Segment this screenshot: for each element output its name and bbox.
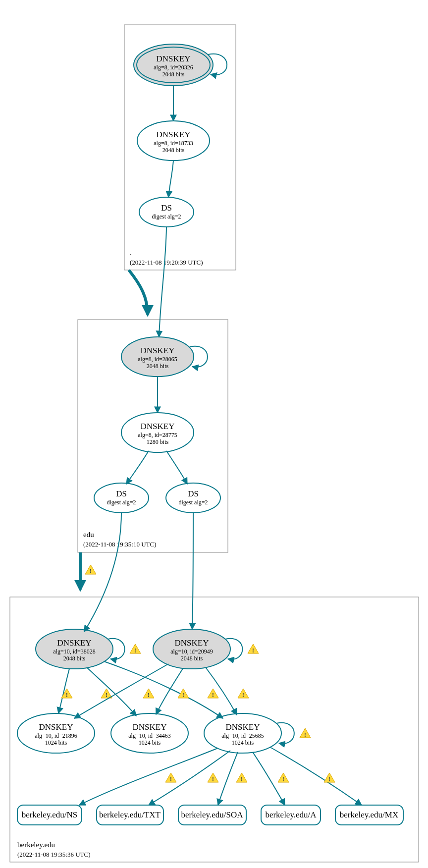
node-bk-zsk2: DNSKEY alg=10, id=34463 1024 bits [111,713,188,753]
warn-icon [208,689,218,699]
edge-root-to-edu-zone [129,270,148,315]
warn-icon [278,773,289,783]
svg-text:digest alg=2: digest alg=2 [178,499,208,506]
svg-text:DNSKEY: DNSKEY [226,722,260,732]
warn-icon [300,728,311,738]
zone-edu-label: edu [83,531,94,539]
node-rr-soa: berkeley.edu/SOA [178,805,246,825]
edge-k2-z3 [206,667,237,715]
node-edu-zsk: DNSKEY alg=8, id=28775 1280 bits [121,413,194,452]
edge-z3-ns [79,748,218,805]
warn-icon [130,644,141,654]
svg-text:DS: DS [161,203,172,213]
warn-icon [238,689,249,699]
edge-rootds-eduksk [159,227,166,337]
svg-text:DNSKEY: DNSKEY [57,638,92,648]
node-edu-ds1: DS digest alg=2 [94,483,149,513]
node-edu-ds2: DS digest alg=2 [166,483,220,513]
svg-text:alg=10, id=25685: alg=10, id=25685 [221,732,264,739]
svg-text:alg=10, id=38028: alg=10, id=38028 [53,648,96,655]
warn-icon [165,773,176,783]
svg-text:DNSKEY: DNSKEY [157,130,191,139]
svg-text:DNSKEY: DNSKEY [175,638,209,648]
svg-text:DNSKEY: DNSKEY [39,722,73,732]
edge-eduzsk-ds1 [126,451,149,484]
zone-bk-ts: (2022-11-08 19:35:36 UTC) [17,851,91,858]
node-edu-ksk: DNSKEY alg=8, id=28065 2048 bits [121,337,194,377]
warn-icon [324,773,335,783]
svg-text:1024 bits: 1024 bits [139,739,161,746]
edge-eduzsk-ds2 [166,451,187,484]
svg-text:alg=10, id=20949: alg=10, id=20949 [170,648,213,655]
node-root-ksk: DNSKEY alg=8, id=20326 2048 bits [134,44,213,86]
node-rr-mx: berkeley.edu/MX [335,805,403,825]
edge-eduds2-bkksk2 [192,513,193,629]
warn-icon [236,773,247,783]
svg-text:DNSKEY: DNSKEY [157,54,191,63]
svg-text:alg=8, id=28775: alg=8, id=28775 [138,432,177,438]
svg-text:alg=10, id=34463: alg=10, id=34463 [128,732,171,739]
zone-root-ts: (2022-11-08 19:20:39 UTC) [130,259,203,266]
svg-text:berkeley.edu/TXT: berkeley.edu/TXT [99,810,161,819]
edge-k1-z2 [87,667,136,716]
svg-text:berkeley.edu/MX: berkeley.edu/MX [340,810,398,819]
node-bk-ksk1: DNSKEY alg=10, id=38028 2048 bits [36,629,113,669]
edge-z3-txt [149,751,230,805]
node-root-ds: DS digest alg=2 [139,197,194,227]
svg-text:alg=8, id=20326: alg=8, id=20326 [154,64,193,71]
svg-text:2048 bits: 2048 bits [147,363,169,370]
zone-edu-ts: (2022-11-08 19:35:10 UTC) [83,541,157,548]
svg-text:DNSKEY: DNSKEY [133,722,167,732]
node-bk-zsk3: DNSKEY alg=10, id=25685 1024 bits [204,713,281,753]
svg-text:berkeley.edu/NS: berkeley.edu/NS [22,810,78,819]
svg-text:1280 bits: 1280 bits [147,438,169,445]
edge-root-zsk-ds [168,161,173,197]
svg-text:alg=8, id=28065: alg=8, id=28065 [138,356,177,363]
warn-icon [248,644,259,654]
svg-text:digest alg=2: digest alg=2 [107,499,136,506]
node-root-zsk: DNSKEY alg=8, id=18733 2048 bits [137,121,210,161]
edge-k2-z2 [156,668,183,714]
node-bk-ksk2: DNSKEY alg=10, id=20949 2048 bits [153,629,230,669]
svg-text:alg=8, id=18733: alg=8, id=18733 [154,140,193,147]
svg-text:DS: DS [188,489,199,498]
svg-text:berkeley.edu/A: berkeley.edu/A [265,810,317,819]
warn-icon [208,773,218,783]
svg-text:2048 bits: 2048 bits [63,655,86,662]
svg-text:1024 bits: 1024 bits [45,739,67,746]
edge-z3-soa [218,752,238,805]
node-bk-zsk1: DNSKEY alg=10, id=21896 1024 bits [17,713,95,753]
svg-text:2048 bits: 2048 bits [162,147,185,154]
edge-k1-z3 [104,661,223,718]
svg-text:alg=10, id=21896: alg=10, id=21896 [35,732,77,739]
edge-k2-z1 [74,664,168,718]
warn-icon [143,689,154,699]
node-rr-txt: berkeley.edu/TXT [97,805,163,825]
svg-text:berkeley.edu/SOA: berkeley.edu/SOA [181,810,244,819]
zone-bk-label: berkeley.edu [17,841,55,849]
svg-text:DNSKEY: DNSKEY [141,422,175,431]
svg-text:digest alg=2: digest alg=2 [152,213,181,220]
node-rr-a: berkeley.edu/A [261,805,321,825]
svg-text:1024 bits: 1024 bits [232,739,254,746]
svg-text:DNSKEY: DNSKEY [141,346,175,355]
warn-icon [85,565,96,575]
node-rr-ns: berkeley.edu/NS [17,805,82,825]
zone-root-label: . [130,249,132,257]
svg-text:2048 bits: 2048 bits [162,71,185,78]
svg-text:2048 bits: 2048 bits [181,655,203,662]
svg-text:DS: DS [116,489,127,498]
